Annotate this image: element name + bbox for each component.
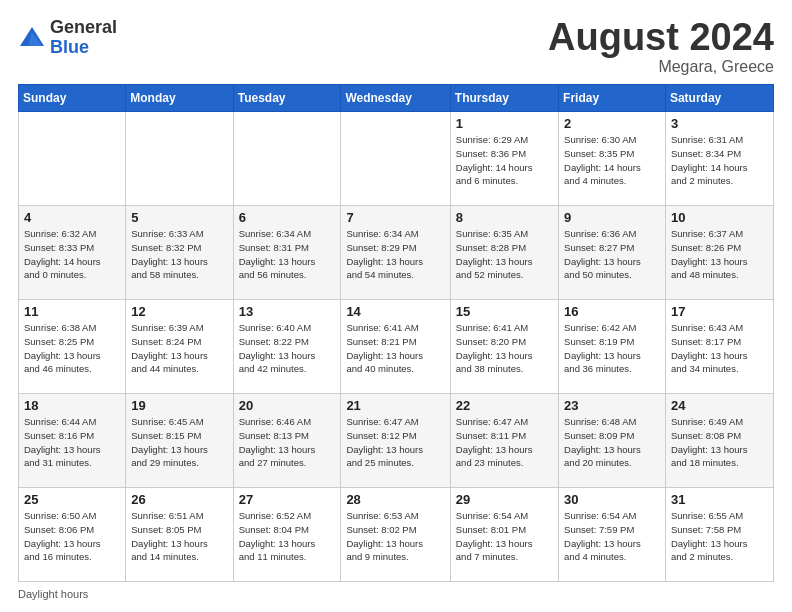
day-info: Sunrise: 6:50 AM Sunset: 8:06 PM Dayligh… xyxy=(24,509,120,564)
calendar-cell-1-2 xyxy=(126,112,233,206)
calendar-cell-2-3: 6Sunrise: 6:34 AM Sunset: 8:31 PM Daylig… xyxy=(233,206,341,300)
calendar-cell-5-4: 28Sunrise: 6:53 AM Sunset: 8:02 PM Dayli… xyxy=(341,488,450,582)
day-number: 12 xyxy=(131,304,227,319)
day-info: Sunrise: 6:37 AM Sunset: 8:26 PM Dayligh… xyxy=(671,227,768,282)
day-number: 4 xyxy=(24,210,120,225)
day-header-saturday: Saturday xyxy=(665,85,773,112)
calendar-cell-1-3 xyxy=(233,112,341,206)
day-info: Sunrise: 6:30 AM Sunset: 8:35 PM Dayligh… xyxy=(564,133,660,188)
location-label: Megara, Greece xyxy=(548,58,774,76)
day-info: Sunrise: 6:31 AM Sunset: 8:34 PM Dayligh… xyxy=(671,133,768,188)
calendar-cell-1-7: 3Sunrise: 6:31 AM Sunset: 8:34 PM Daylig… xyxy=(665,112,773,206)
calendar-body: 1Sunrise: 6:29 AM Sunset: 8:36 PM Daylig… xyxy=(19,112,774,582)
calendar-header: SundayMondayTuesdayWednesdayThursdayFrid… xyxy=(19,85,774,112)
calendar-cell-3-3: 13Sunrise: 6:40 AM Sunset: 8:22 PM Dayli… xyxy=(233,300,341,394)
day-number: 1 xyxy=(456,116,553,131)
day-info: Sunrise: 6:38 AM Sunset: 8:25 PM Dayligh… xyxy=(24,321,120,376)
calendar-cell-5-3: 27Sunrise: 6:52 AM Sunset: 8:04 PM Dayli… xyxy=(233,488,341,582)
day-header-thursday: Thursday xyxy=(450,85,558,112)
day-info: Sunrise: 6:54 AM Sunset: 8:01 PM Dayligh… xyxy=(456,509,553,564)
calendar-cell-1-5: 1Sunrise: 6:29 AM Sunset: 8:36 PM Daylig… xyxy=(450,112,558,206)
calendar-cell-2-4: 7Sunrise: 6:34 AM Sunset: 8:29 PM Daylig… xyxy=(341,206,450,300)
calendar-cell-3-5: 15Sunrise: 6:41 AM Sunset: 8:20 PM Dayli… xyxy=(450,300,558,394)
calendar-cell-5-5: 29Sunrise: 6:54 AM Sunset: 8:01 PM Dayli… xyxy=(450,488,558,582)
calendar-cell-2-5: 8Sunrise: 6:35 AM Sunset: 8:28 PM Daylig… xyxy=(450,206,558,300)
day-header-friday: Friday xyxy=(559,85,666,112)
day-info: Sunrise: 6:33 AM Sunset: 8:32 PM Dayligh… xyxy=(131,227,227,282)
calendar-cell-5-6: 30Sunrise: 6:54 AM Sunset: 7:59 PM Dayli… xyxy=(559,488,666,582)
calendar-cell-3-4: 14Sunrise: 6:41 AM Sunset: 8:21 PM Dayli… xyxy=(341,300,450,394)
calendar-cell-4-2: 19Sunrise: 6:45 AM Sunset: 8:15 PM Dayli… xyxy=(126,394,233,488)
day-info: Sunrise: 6:40 AM Sunset: 8:22 PM Dayligh… xyxy=(239,321,336,376)
day-number: 22 xyxy=(456,398,553,413)
title-block: August 2024 Megara, Greece xyxy=(548,18,774,76)
day-info: Sunrise: 6:47 AM Sunset: 8:11 PM Dayligh… xyxy=(456,415,553,470)
day-number: 6 xyxy=(239,210,336,225)
day-number: 19 xyxy=(131,398,227,413)
logo-general-text: General xyxy=(50,18,117,38)
day-info: Sunrise: 6:41 AM Sunset: 8:20 PM Dayligh… xyxy=(456,321,553,376)
calendar-cell-4-6: 23Sunrise: 6:48 AM Sunset: 8:09 PM Dayli… xyxy=(559,394,666,488)
daylight-label: Daylight hours xyxy=(18,588,88,600)
day-info: Sunrise: 6:34 AM Sunset: 8:29 PM Dayligh… xyxy=(346,227,444,282)
calendar-cell-4-1: 18Sunrise: 6:44 AM Sunset: 8:16 PM Dayli… xyxy=(19,394,126,488)
calendar-cell-5-2: 26Sunrise: 6:51 AM Sunset: 8:05 PM Dayli… xyxy=(126,488,233,582)
day-number: 10 xyxy=(671,210,768,225)
day-number: 31 xyxy=(671,492,768,507)
day-info: Sunrise: 6:52 AM Sunset: 8:04 PM Dayligh… xyxy=(239,509,336,564)
day-number: 30 xyxy=(564,492,660,507)
calendar-cell-4-5: 22Sunrise: 6:47 AM Sunset: 8:11 PM Dayli… xyxy=(450,394,558,488)
calendar-cell-2-6: 9Sunrise: 6:36 AM Sunset: 8:27 PM Daylig… xyxy=(559,206,666,300)
calendar-week-2: 4Sunrise: 6:32 AM Sunset: 8:33 PM Daylig… xyxy=(19,206,774,300)
day-number: 14 xyxy=(346,304,444,319)
day-number: 25 xyxy=(24,492,120,507)
day-number: 26 xyxy=(131,492,227,507)
day-number: 5 xyxy=(131,210,227,225)
calendar-cell-5-1: 25Sunrise: 6:50 AM Sunset: 8:06 PM Dayli… xyxy=(19,488,126,582)
day-info: Sunrise: 6:48 AM Sunset: 8:09 PM Dayligh… xyxy=(564,415,660,470)
day-info: Sunrise: 6:55 AM Sunset: 7:58 PM Dayligh… xyxy=(671,509,768,564)
calendar-cell-4-4: 21Sunrise: 6:47 AM Sunset: 8:12 PM Dayli… xyxy=(341,394,450,488)
day-header-tuesday: Tuesday xyxy=(233,85,341,112)
day-info: Sunrise: 6:49 AM Sunset: 8:08 PM Dayligh… xyxy=(671,415,768,470)
calendar-cell-5-7: 31Sunrise: 6:55 AM Sunset: 7:58 PM Dayli… xyxy=(665,488,773,582)
day-number: 16 xyxy=(564,304,660,319)
day-info: Sunrise: 6:44 AM Sunset: 8:16 PM Dayligh… xyxy=(24,415,120,470)
day-info: Sunrise: 6:45 AM Sunset: 8:15 PM Dayligh… xyxy=(131,415,227,470)
day-number: 2 xyxy=(564,116,660,131)
day-number: 20 xyxy=(239,398,336,413)
day-number: 28 xyxy=(346,492,444,507)
day-info: Sunrise: 6:35 AM Sunset: 8:28 PM Dayligh… xyxy=(456,227,553,282)
day-info: Sunrise: 6:39 AM Sunset: 8:24 PM Dayligh… xyxy=(131,321,227,376)
day-info: Sunrise: 6:32 AM Sunset: 8:33 PM Dayligh… xyxy=(24,227,120,282)
calendar-cell-3-1: 11Sunrise: 6:38 AM Sunset: 8:25 PM Dayli… xyxy=(19,300,126,394)
header-row: SundayMondayTuesdayWednesdayThursdayFrid… xyxy=(19,85,774,112)
calendar-week-4: 18Sunrise: 6:44 AM Sunset: 8:16 PM Dayli… xyxy=(19,394,774,488)
calendar-week-5: 25Sunrise: 6:50 AM Sunset: 8:06 PM Dayli… xyxy=(19,488,774,582)
calendar-cell-3-7: 17Sunrise: 6:43 AM Sunset: 8:17 PM Dayli… xyxy=(665,300,773,394)
logo: General Blue xyxy=(18,18,117,58)
page: General Blue August 2024 Megara, Greece … xyxy=(0,0,792,612)
calendar-cell-3-6: 16Sunrise: 6:42 AM Sunset: 8:19 PM Dayli… xyxy=(559,300,666,394)
day-number: 17 xyxy=(671,304,768,319)
day-info: Sunrise: 6:42 AM Sunset: 8:19 PM Dayligh… xyxy=(564,321,660,376)
calendar-cell-1-4 xyxy=(341,112,450,206)
day-header-sunday: Sunday xyxy=(19,85,126,112)
footer: Daylight hours xyxy=(18,588,774,600)
day-info: Sunrise: 6:53 AM Sunset: 8:02 PM Dayligh… xyxy=(346,509,444,564)
day-info: Sunrise: 6:41 AM Sunset: 8:21 PM Dayligh… xyxy=(346,321,444,376)
day-number: 18 xyxy=(24,398,120,413)
logo-text: General Blue xyxy=(50,18,117,58)
calendar-cell-2-7: 10Sunrise: 6:37 AM Sunset: 8:26 PM Dayli… xyxy=(665,206,773,300)
day-info: Sunrise: 6:47 AM Sunset: 8:12 PM Dayligh… xyxy=(346,415,444,470)
calendar-week-1: 1Sunrise: 6:29 AM Sunset: 8:36 PM Daylig… xyxy=(19,112,774,206)
calendar-cell-4-3: 20Sunrise: 6:46 AM Sunset: 8:13 PM Dayli… xyxy=(233,394,341,488)
day-info: Sunrise: 6:43 AM Sunset: 8:17 PM Dayligh… xyxy=(671,321,768,376)
day-number: 8 xyxy=(456,210,553,225)
day-number: 29 xyxy=(456,492,553,507)
calendar-cell-1-6: 2Sunrise: 6:30 AM Sunset: 8:35 PM Daylig… xyxy=(559,112,666,206)
calendar-week-3: 11Sunrise: 6:38 AM Sunset: 8:25 PM Dayli… xyxy=(19,300,774,394)
calendar-cell-2-2: 5Sunrise: 6:33 AM Sunset: 8:32 PM Daylig… xyxy=(126,206,233,300)
calendar-cell-1-1 xyxy=(19,112,126,206)
day-number: 9 xyxy=(564,210,660,225)
